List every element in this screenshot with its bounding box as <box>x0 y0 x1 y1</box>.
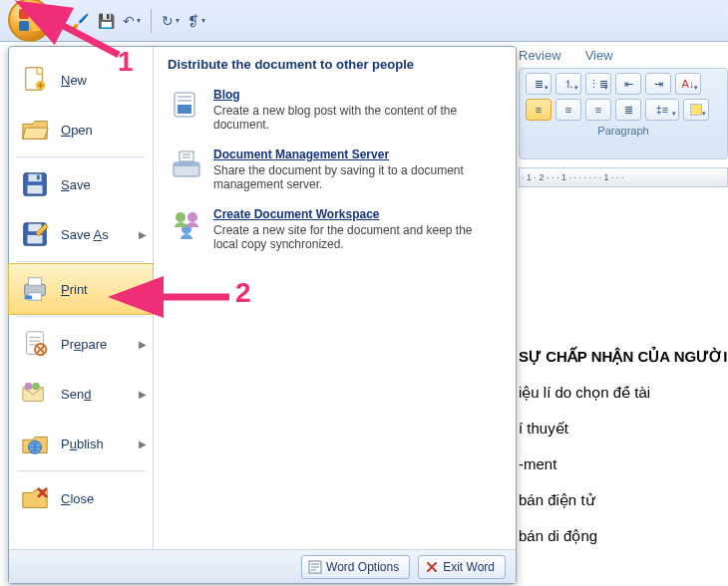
server-icon <box>170 147 203 181</box>
blog-icon <box>170 88 203 122</box>
indent-decrease-button[interactable]: ⇤ <box>615 73 641 95</box>
menu-print[interactable]: Print ▶ <box>9 264 153 314</box>
redo-button[interactable]: ↻ <box>160 10 182 32</box>
submenu-desc: Create a new site for the document and k… <box>213 223 500 251</box>
svg-rect-5 <box>37 175 40 180</box>
submenu-arrow-icon: ▶ <box>139 339 147 350</box>
submenu-arrow-icon: ▶ <box>139 439 147 449</box>
exit-word-button[interactable]: Exit Word <box>418 555 506 579</box>
menu-label: Send <box>61 387 91 402</box>
tab-review[interactable]: Review <box>519 48 561 63</box>
submenu-item-blog[interactable]: Blog Create a new blog post with the con… <box>168 80 502 140</box>
office-menu: New Open Save Save As ▶ <box>8 46 517 584</box>
publish-icon <box>19 428 51 459</box>
svg-point-17 <box>32 383 40 391</box>
doc-line: iệu lí do chọn đề tài <box>519 375 728 411</box>
menu-send[interactable]: Send ▶ <box>9 369 153 419</box>
menu-label: Prepare <box>61 337 107 352</box>
doc-line: bán di động <box>519 518 728 554</box>
office-button[interactable] <box>8 0 52 42</box>
prepare-icon <box>19 328 51 360</box>
submenu-desc: Share the document by saving it to a doc… <box>213 163 500 191</box>
workspace-icon <box>170 207 203 241</box>
svg-rect-10 <box>28 278 41 286</box>
submenu-item-dms[interactable]: Document Management Server Share the doc… <box>168 140 502 199</box>
send-icon <box>19 378 51 410</box>
office-menu-footer: Word Options Exit Word <box>9 549 516 583</box>
submenu-title: Document Management Server <box>213 147 500 161</box>
menu-label: Open <box>61 123 93 138</box>
ribbon-paragraph-group: ≣ ⒈ ⋮≣ ⇤ ⇥ A↓ ≡ ≡ ≡ ≣ ‡≡ Paragraph <box>519 68 728 159</box>
menu-label: Save <box>61 177 91 192</box>
menu-label: Close <box>61 491 94 506</box>
exit-icon <box>425 560 439 574</box>
submenu-item-workspace[interactable]: Create Document Workspace Create a new s… <box>168 199 502 259</box>
svg-rect-20 <box>178 105 191 114</box>
menu-save-as[interactable]: Save As ▶ <box>9 209 153 259</box>
button-label: Exit Word <box>443 560 495 574</box>
bullets-button[interactable]: ≣ <box>526 73 551 95</box>
submenu-arrow-icon: ▶ <box>139 229 147 240</box>
align-center-button[interactable]: ≡ <box>555 99 581 121</box>
svg-rect-12 <box>25 296 33 300</box>
menu-save[interactable]: Save <box>9 159 153 209</box>
style-button[interactable]: ❡ <box>185 10 207 32</box>
submenu-desc: Create a new blog post with the content … <box>213 104 500 132</box>
options-icon <box>308 560 322 574</box>
submenu-arrow-icon: ▶ <box>139 284 147 295</box>
doc-line: -ment <box>519 446 728 482</box>
ribbon-tabs: Review View <box>519 42 613 68</box>
numbering-button[interactable]: ⒈ <box>555 73 581 95</box>
office-menu-right: Distribute the document to other people … <box>154 47 516 549</box>
align-right-button[interactable]: ≡ <box>585 99 611 121</box>
line-spacing-button[interactable]: ‡≡ <box>645 99 679 121</box>
submenu-heading: Distribute the document to other people <box>168 57 502 72</box>
svg-rect-4 <box>28 185 43 193</box>
doc-line: bán điện tử <box>519 482 728 518</box>
open-icon <box>19 114 51 146</box>
save-icon[interactable]: 💾 <box>95 10 117 32</box>
svg-rect-22 <box>174 162 199 166</box>
undo-button[interactable]: ↶ <box>121 10 143 32</box>
button-label: Word Options <box>326 560 399 574</box>
quick-access-toolbar: 🖌️ 💾 ↶ ↻ ❡ <box>0 0 728 42</box>
submenu-title: Create Document Workspace <box>213 207 500 221</box>
sort-button[interactable]: A↓ <box>675 73 701 95</box>
align-left-button[interactable]: ≡ <box>526 99 551 121</box>
close-icon <box>19 482 51 514</box>
menu-prepare[interactable]: Prepare ▶ <box>9 319 153 369</box>
menu-new[interactable]: New <box>9 55 153 105</box>
submenu-arrow-icon: ▶ <box>139 389 147 400</box>
svg-rect-8 <box>28 235 43 243</box>
svg-point-25 <box>187 212 197 222</box>
document-area[interactable]: SỰ CHẤP NHẬN CỦA NGƯỜI iệu lí do chọn đề… <box>519 339 728 554</box>
doc-line: í thuyết <box>519 411 728 446</box>
office-logo-icon <box>19 9 41 31</box>
ruler[interactable]: · 1 · 2 · · · 1 · · · · · · · 1 · · · <box>519 167 728 187</box>
svg-point-24 <box>176 212 185 222</box>
print-icon <box>19 273 51 305</box>
menu-label: New <box>61 73 87 88</box>
multilevel-button[interactable]: ⋮≣ <box>585 73 611 95</box>
menu-label: Publish <box>61 437 104 451</box>
svg-rect-23 <box>180 151 193 161</box>
new-icon <box>19 64 51 96</box>
menu-label: Print <box>61 282 88 297</box>
tab-view[interactable]: View <box>585 48 613 63</box>
menu-close[interactable]: Close <box>9 473 153 523</box>
svg-point-16 <box>25 383 33 391</box>
save-as-icon <box>19 218 51 250</box>
doc-line: SỰ CHẤP NHẬN CỦA NGƯỜI <box>519 339 728 375</box>
menu-publish[interactable]: Publish ▶ <box>9 419 153 468</box>
menu-open[interactable]: Open <box>9 105 153 154</box>
group-label: Paragraph <box>526 125 721 137</box>
office-menu-left: New Open Save Save As ▶ <box>9 47 154 549</box>
word-options-button[interactable]: Word Options <box>301 555 410 579</box>
format-painter-icon[interactable]: 🖌️ <box>69 10 91 32</box>
submenu-title: Blog <box>213 88 500 102</box>
shading-button[interactable] <box>683 99 709 121</box>
indent-increase-button[interactable]: ⇥ <box>645 73 671 95</box>
menu-label: Save As <box>61 227 109 242</box>
justify-button[interactable]: ≣ <box>615 99 641 121</box>
save-icon <box>19 168 51 200</box>
